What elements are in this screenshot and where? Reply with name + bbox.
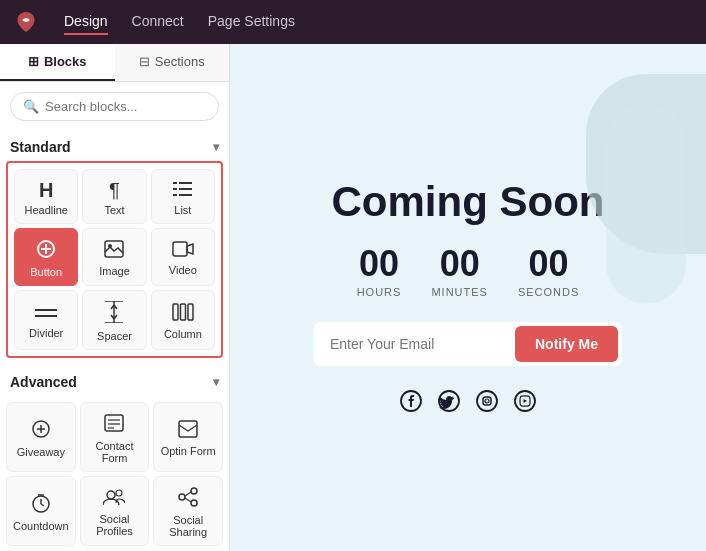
sections-tab-label: Sections [155,54,205,69]
top-nav: Design Connect Page Settings [0,0,706,44]
block-item-contact-form[interactable]: Contact Form [80,402,150,472]
advanced-blocks-grid: Giveaway Contact Form Optin Form [6,396,223,551]
svg-rect-17 [173,304,178,320]
block-item-divider[interactable]: Divider [14,290,78,350]
advanced-label: Advanced [10,374,77,390]
advanced-section: Giveaway Contact Form Optin Form [0,396,229,551]
instagram-icon[interactable] [476,390,498,417]
svg-rect-3 [173,188,177,190]
svg-point-32 [191,488,197,494]
block-item-headline[interactable]: H Headline [14,169,78,224]
block-item-list[interactable]: List [151,169,215,224]
image-icon [104,240,124,261]
svg-line-36 [185,498,191,502]
nav-tab-design[interactable]: Design [64,9,108,35]
svg-line-35 [185,492,191,496]
sidebar-tab-sections[interactable]: ⊟ Sections [115,44,230,81]
spacer-icon [105,301,123,326]
block-item-social-sharing[interactable]: Social Sharing [153,476,223,546]
video-icon [172,241,194,260]
svg-rect-19 [188,304,193,320]
countdown-seconds-label: SECONDS [518,286,579,298]
search-input[interactable] [45,99,206,114]
countdown-row: 00 HOURS 00 MINUTES 00 SECONDS [314,246,622,298]
email-input[interactable] [330,328,505,360]
headline-label: Headline [24,204,67,216]
block-item-video[interactable]: Video [151,228,215,286]
coming-soon-title: Coming Soon [314,178,622,226]
block-item-column[interactable]: Column [151,290,215,350]
standard-blocks-section: H Headline ¶ Text List [6,161,223,358]
sidebar-tab-blocks[interactable]: ⊞ Blocks [0,44,115,81]
svg-marker-44 [524,399,528,403]
sidebar-tabs: ⊞ Blocks ⊟ Sections [0,44,229,82]
countdown-label: Countdown [13,520,69,532]
canvas-area: Coming Soon 00 HOURS 00 MINUTES 00 SECON… [230,44,706,551]
svg-rect-2 [179,188,192,190]
twitter-icon[interactable] [438,390,460,417]
block-item-giveaway[interactable]: Giveaway [6,402,76,472]
youtube-icon[interactable] [514,390,536,417]
svg-point-30 [107,491,115,499]
sidebar: ⊞ Blocks ⊟ Sections 🔍 Standard ▾ [0,44,230,551]
list-icon [173,181,193,200]
nav-tab-page-settings[interactable]: Page Settings [208,9,295,35]
blob-decoration-2 [606,104,686,304]
list-label: List [174,204,191,216]
countdown-hours: 00 HOURS [357,246,402,298]
svg-line-28 [41,504,44,506]
svg-point-42 [490,397,491,398]
advanced-section-header: Advanced ▾ [0,366,229,396]
standard-chevron-icon: ▾ [213,140,219,154]
countdown-hours-label: HOURS [357,286,402,298]
svg-point-41 [485,399,489,403]
block-item-button[interactable]: Button [14,228,78,286]
search-input-wrap: 🔍 [10,92,219,121]
text-icon: ¶ [109,180,120,200]
block-item-social-profiles[interactable]: Social Profiles [80,476,150,546]
svg-rect-0 [179,182,192,184]
contact-form-label: Contact Form [87,440,143,464]
svg-rect-25 [179,421,197,437]
sections-tab-icon: ⊟ [139,54,150,69]
facebook-icon[interactable] [400,390,422,417]
block-item-optin-form[interactable]: Optin Form [153,402,223,472]
giveaway-icon [31,419,51,442]
block-item-spacer[interactable]: Spacer [82,290,146,350]
svg-rect-1 [173,182,177,184]
button-label: Button [30,266,62,278]
social-row [314,390,622,417]
svg-rect-4 [179,194,192,196]
optin-form-icon [178,420,198,441]
column-icon [172,303,194,324]
svg-rect-5 [173,194,177,196]
countdown-seconds: 00 SECONDS [518,246,579,298]
email-row: Notify Me [314,322,622,366]
social-sharing-label: Social Sharing [160,514,216,538]
block-item-countdown[interactable]: Countdown [6,476,76,546]
countdown-minutes-label: MINUTES [431,286,488,298]
standard-section-header: Standard ▾ [0,131,229,161]
svg-rect-21 [105,415,123,431]
nav-tab-connect[interactable]: Connect [132,9,184,35]
blocks-tab-label: Blocks [44,54,87,69]
main-layout: ⊞ Blocks ⊟ Sections 🔍 Standard ▾ [0,44,706,551]
headline-icon: H [39,180,53,200]
countdown-hours-num: 00 [357,246,402,282]
svg-rect-18 [180,304,185,320]
advanced-chevron-icon: ▾ [213,375,219,389]
block-item-text[interactable]: ¶ Text [82,169,146,224]
optin-form-label: Optin Form [161,445,216,457]
divider-label: Divider [29,327,63,339]
standard-blocks-grid: H Headline ¶ Text List [14,169,215,350]
image-label: Image [99,265,130,277]
text-label: Text [104,204,124,216]
notify-button[interactable]: Notify Me [515,326,618,362]
search-icon: 🔍 [23,99,39,114]
svg-rect-11 [173,242,187,256]
svg-point-33 [179,494,185,500]
blocks-tab-icon: ⊞ [28,54,39,69]
spacer-label: Spacer [97,330,132,342]
block-item-image[interactable]: Image [82,228,146,286]
svg-point-31 [116,490,122,496]
